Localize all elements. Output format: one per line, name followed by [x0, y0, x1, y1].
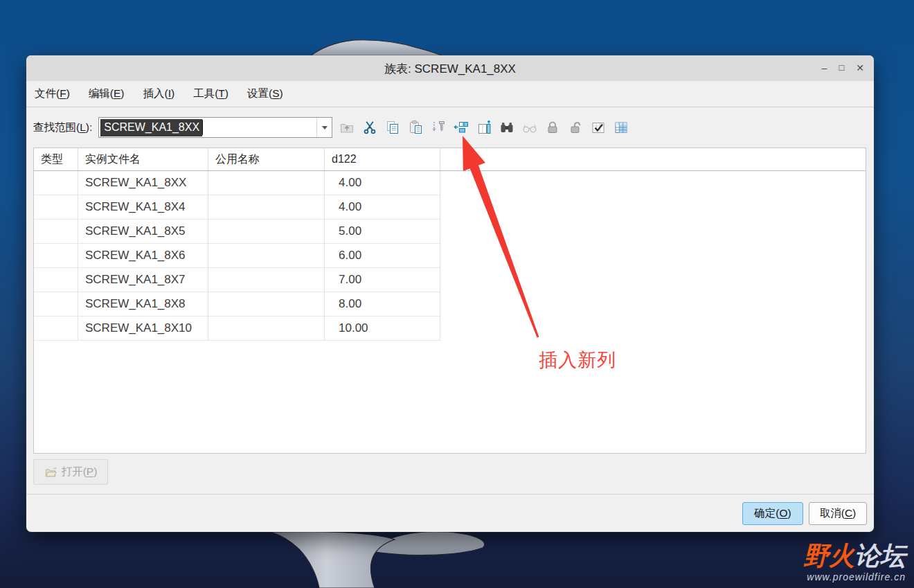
desktop-background: 族表: SCREW_KA1_8XX – □ ✕ 文件(F) 编辑(E) 插入(I… [0, 0, 914, 588]
combobox-dropdown-button[interactable] [316, 118, 332, 137]
cut-icon[interactable] [361, 119, 378, 136]
table-row[interactable]: SCREW_KA1_8X66.00 [34, 244, 440, 268]
edit-table-icon[interactable] [613, 119, 629, 136]
menu-item-settings[interactable]: 设置(S) [247, 87, 283, 101]
menu-item-tools[interactable]: 工具(T) [193, 87, 228, 101]
search-scope-value: SCREW_KA1_8XX [100, 119, 202, 136]
column-header-instance[interactable]: 实例文件名 [78, 148, 208, 170]
open-button-label: 打开(P) [62, 465, 98, 479]
column-header-common[interactable]: 公用名称 [208, 148, 325, 170]
unlock-icon[interactable] [567, 119, 584, 136]
watermark-url: www.proewildfire.cn [803, 571, 906, 582]
column-header-d122[interactable]: d122 [325, 148, 440, 170]
minimize-button[interactable]: – [822, 60, 827, 75]
preview-glasses-icon[interactable] [521, 119, 538, 136]
footer-divider [26, 494, 874, 495]
cancel-button[interactable]: 取消(C) [809, 502, 867, 525]
chevron-down-icon [322, 126, 328, 130]
insert-column-icon[interactable] [453, 119, 469, 136]
ok-button[interactable]: 确定(O) [742, 502, 803, 525]
verify-instances-icon[interactable] [590, 119, 607, 136]
table-row[interactable]: SCREW_KA1_8X77.00 [34, 268, 440, 292]
table-row[interactable]: SCREW_KA1_8X44.00 [34, 195, 440, 220]
search-scope-label: 查找范围(L): [33, 121, 92, 135]
insert-instance-icon[interactable] [430, 119, 447, 136]
maximize-button[interactable]: □ [839, 60, 844, 75]
close-button[interactable]: ✕ [856, 60, 864, 75]
family-table-dialog: 族表: SCREW_KA1_8XX – □ ✕ 文件(F) 编辑(E) 插入(I… [26, 55, 874, 532]
toolbar-icons [339, 119, 629, 136]
copy-icon[interactable] [384, 119, 401, 136]
table-header-row: 类型 实例文件名 公用名称 d122 [34, 148, 866, 171]
menu-bar: 文件(F) 编辑(E) 插入(I) 工具(T) 设置(S) [26, 81, 874, 107]
menu-item-edit[interactable]: 编辑(E) [89, 87, 125, 101]
column-up-icon[interactable] [476, 119, 492, 136]
open-folder-icon [44, 467, 57, 478]
menu-item-file[interactable]: 文件(F) [35, 87, 70, 101]
table-row[interactable]: SCREW_KA1_8X1010.00 [34, 317, 440, 341]
table-row[interactable]: SCREW_KA1_8XX4.00 [34, 171, 440, 195]
open-button[interactable]: 打开(P) [33, 459, 108, 485]
table-row[interactable]: SCREW_KA1_8X88.00 [34, 292, 440, 317]
table-row[interactable]: SCREW_KA1_8X55.00 [34, 220, 440, 244]
paste-icon[interactable] [407, 119, 424, 136]
family-table: 类型 实例文件名 公用名称 d122 SCREW_KA1_8XX4.00 SCR… [33, 148, 866, 454]
dialog-title: 族表: SCREW_KA1_8XX [26, 61, 874, 77]
watermark-brand: 野火论坛 [803, 542, 906, 571]
text-cursor [202, 120, 203, 135]
find-icon[interactable] [499, 119, 515, 136]
lock-icon[interactable] [544, 119, 561, 136]
column-header-type[interactable]: 类型 [34, 148, 78, 170]
folder-up-icon[interactable] [339, 119, 355, 136]
menu-item-insert[interactable]: 插入(I) [143, 87, 175, 101]
watermark: 野火论坛 www.proewildfire.cn [803, 542, 906, 582]
search-scope-combobox[interactable]: SCREW_KA1_8XX [98, 117, 332, 138]
dialog-titlebar[interactable]: 族表: SCREW_KA1_8XX – □ ✕ [26, 55, 874, 81]
toolbar: 查找范围(L): SCREW_KA1_8XX [26, 107, 874, 148]
